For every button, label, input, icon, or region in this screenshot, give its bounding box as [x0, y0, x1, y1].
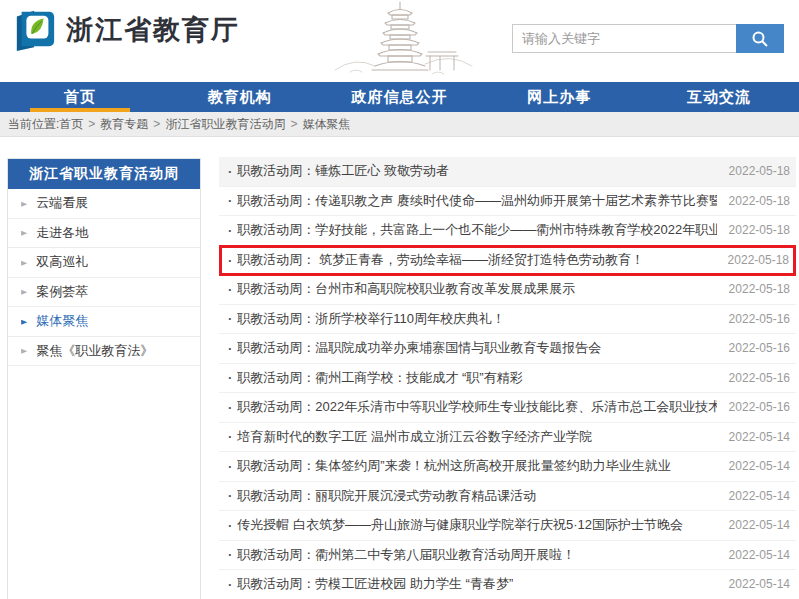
nav-tab-3[interactable]: 网上办事	[479, 82, 639, 112]
search-bar	[512, 24, 784, 53]
news-row[interactable]: ·培育新时代的数字工匠 温州市成立浙江云谷数字经济产业学院2022-05-14	[219, 423, 796, 453]
news-title[interactable]: 职教活动周：衢州工商学校：技能成才 “职”有精彩	[237, 369, 522, 387]
search-input[interactable]	[512, 24, 736, 53]
news-date: 2022-05-18	[717, 223, 790, 237]
news-row[interactable]: ·职教活动周：温职院成功举办柬埔寨国情与职业教育专题报告会2022-05-16	[219, 334, 796, 364]
news-date: 2022-05-16	[717, 341, 790, 355]
news-date: 2022-05-14	[717, 518, 790, 532]
news-title[interactable]: 职教活动周：传递职教之声 赓续时代使命——温州幼师开展第十届艺术素养节比赛暨职业…	[237, 192, 716, 210]
news-title[interactable]: 职教活动周：台州市和高职院校职业教育改革发展成果展示	[237, 280, 575, 298]
breadcrumb-link-3[interactable]: 媒体聚焦	[302, 116, 350, 133]
news-row[interactable]: ·职教活动周：集体签约周”来袭！杭州这所高校开展批量签约助力毕业生就业2022-…	[219, 452, 796, 482]
bullet-icon: ·	[228, 488, 232, 503]
news-date: 2022-05-18	[717, 194, 790, 208]
triangle-right-icon: ▶	[21, 288, 27, 296]
nav-tab-label: 互动交流	[687, 88, 751, 107]
news-title[interactable]: 传光授帽 白衣筑梦——舟山旅游与健康职业学院举行庆祝5·12国际护士节晚会	[237, 516, 683, 534]
news-title[interactable]: 职教活动周：丽职院开展沉浸式劳动教育精品课活动	[237, 487, 536, 505]
breadcrumb-prefix: 当前位置:	[8, 116, 59, 133]
news-row[interactable]: ·职教活动周：劳模工匠进校园 助力学生 “青春梦”2022-05-14	[219, 570, 796, 599]
news-title[interactable]: 职教活动周：2022年乐清市中等职业学校师生专业技能比赛、乐清市总工会职业技术学…	[237, 398, 716, 416]
breadcrumb: 当前位置: 首页>教育专题>浙江省职业教育活动周>媒体聚焦	[0, 112, 799, 137]
sidebar-item-label: 媒体聚焦	[36, 312, 88, 330]
news-date: 2022-05-18	[716, 253, 789, 267]
news-title[interactable]: 职教活动周：劳模工匠进校园 助力学生 “青春梦”	[237, 575, 513, 593]
news-date: 2022-05-14	[717, 489, 790, 503]
page: 浙江省教育厅	[0, 0, 799, 599]
sidebar-title: 浙江省职业教育活动周	[8, 159, 200, 189]
news-list: ·职教活动周：锤炼工匠心 致敬劳动者2022-05-18·职教活动周：传递职教之…	[219, 157, 796, 599]
book-leaf-logo-icon	[12, 8, 58, 52]
triangle-right-icon: ▶	[21, 317, 27, 325]
news-date: 2022-05-14	[717, 430, 790, 444]
bullet-icon: ·	[228, 547, 232, 562]
bullet-icon: ·	[228, 311, 232, 326]
sidebar-item-label: 聚焦《职业教育法》	[36, 342, 153, 360]
news-date: 2022-05-14	[717, 459, 790, 473]
news-row[interactable]: ·职教活动周：衢州工商学校：技能成才 “职”有精彩2022-05-16	[219, 364, 796, 394]
bullet-icon: ·	[228, 370, 232, 385]
nav-tab-2[interactable]: 政府信息公开	[320, 82, 480, 112]
news-title[interactable]: 职教活动周：集体签约周”来袭！杭州这所高校开展批量签约助力毕业生就业	[237, 457, 670, 475]
sidebar-item-0[interactable]: ▶云端看展	[8, 189, 200, 219]
sidebar-item-1[interactable]: ▶走进各地	[8, 219, 200, 249]
nav-tab-label: 网上办事	[527, 88, 591, 107]
pagoda-sketch	[330, 0, 475, 78]
news-row[interactable]: ·职教活动周：浙所学校举行110周年校庆典礼！2022-05-16	[219, 305, 796, 335]
nav-tab-label: 政府信息公开	[351, 88, 447, 107]
news-title[interactable]: 职教活动周：衢州第二中专第八届职业教育活动周开展啦！	[237, 546, 575, 564]
bullet-icon: ·	[228, 577, 232, 592]
news-row[interactable]: ·职教活动周：学好技能，共富路上一个也不能少——衢州市特殊教育学校2022年职业…	[219, 216, 796, 246]
news-row[interactable]: ·传光授帽 白衣筑梦——舟山旅游与健康职业学院举行庆祝5·12国际护士节晚会20…	[219, 511, 796, 541]
news-date: 2022-05-18	[717, 282, 790, 296]
site-logo[interactable]: 浙江省教育厅	[12, 8, 240, 52]
nav-tab-4[interactable]: 互动交流	[639, 82, 799, 112]
news-date: 2022-05-16	[717, 312, 790, 326]
news-row[interactable]: ·职教活动周：锤炼工匠心 致敬劳动者2022-05-18	[219, 157, 796, 187]
news-row[interactable]: ·职教活动周：2022年乐清市中等职业学校师生专业技能比赛、乐清市总工会职业技术…	[219, 393, 796, 423]
news-date: 2022-05-14	[717, 548, 790, 562]
news-title[interactable]: 培育新时代的数字工匠 温州市成立浙江云谷数字经济产业学院	[237, 428, 592, 446]
sidebar-item-4[interactable]: ▶媒体聚焦	[8, 307, 200, 337]
nav-tab-1[interactable]: 教育机构	[160, 82, 320, 112]
bullet-icon: ·	[228, 164, 232, 179]
breadcrumb-link-0[interactable]: 首页	[59, 116, 83, 133]
news-title[interactable]: 职教活动周：锤炼工匠心 致敬劳动者	[237, 162, 449, 180]
news-row[interactable]: ·职教活动周：衢州第二中专第八届职业教育活动周开展啦！2022-05-14	[219, 541, 796, 571]
news-title[interactable]: 职教活动周：学好技能，共富路上一个也不能少——衢州市特殊教育学校2022年职业教…	[237, 221, 716, 239]
sidebar-menu: ▶云端看展▶走进各地▶双高巡礼▶案例荟萃▶媒体聚焦▶聚焦《职业教育法》	[8, 189, 200, 366]
news-date: 2022-05-14	[717, 577, 790, 591]
news-row-highlighted[interactable]: ·职教活动周： 筑梦正青春，劳动绘幸福——浙经贸打造特色劳动教育！2022-05…	[219, 245, 796, 277]
triangle-right-icon: ▶	[21, 229, 27, 237]
news-title[interactable]: 职教活动周：浙所学校举行110周年校庆典礼！	[237, 310, 505, 328]
nav-tab-0[interactable]: 首页	[0, 82, 160, 112]
bullet-icon: ·	[228, 253, 232, 268]
sidebar-item-5[interactable]: ▶聚焦《职业教育法》	[8, 337, 200, 367]
news-title[interactable]: 职教活动周：温职院成功举办柬埔寨国情与职业教育专题报告会	[237, 339, 601, 357]
bullet-icon: ·	[228, 341, 232, 356]
search-icon	[751, 30, 769, 48]
breadcrumb-links: 首页>教育专题>浙江省职业教育活动周>媒体聚焦	[59, 116, 350, 133]
search-button[interactable]	[736, 24, 784, 53]
news-date: 2022-05-16	[717, 371, 790, 385]
bullet-icon: ·	[228, 223, 232, 238]
bullet-icon: ·	[228, 400, 232, 415]
triangle-right-icon: ▶	[21, 199, 27, 207]
sidebar: 浙江省职业教育活动周 ▶云端看展▶走进各地▶双高巡礼▶案例荟萃▶媒体聚焦▶聚焦《…	[7, 158, 201, 599]
sidebar-item-label: 云端看展	[36, 194, 88, 212]
sidebar-item-2[interactable]: ▶双高巡礼	[8, 248, 200, 278]
site-title: 浙江省教育厅	[66, 12, 240, 48]
news-row[interactable]: ·职教活动周：台州市和高职院校职业教育改革发展成果展示2022-05-18	[219, 275, 796, 305]
news-row[interactable]: ·职教活动周：丽职院开展沉浸式劳动教育精品课活动2022-05-14	[219, 482, 796, 512]
nav-tab-label: 教育机构	[208, 88, 272, 107]
news-date: 2022-05-16	[717, 400, 790, 414]
breadcrumb-link-2[interactable]: 浙江省职业教育活动周	[165, 116, 285, 133]
news-date: 2022-05-18	[717, 164, 790, 178]
nav-tab-label: 首页	[64, 88, 96, 107]
breadcrumb-link-1[interactable]: 教育专题	[100, 116, 148, 133]
news-title[interactable]: 职教活动周： 筑梦正青春，劳动绘幸福——浙经贸打造特色劳动教育！	[237, 251, 644, 269]
bullet-icon: ·	[228, 282, 232, 297]
news-row[interactable]: ·职教活动周：传递职教之声 赓续时代使命——温州幼师开展第十届艺术素养节比赛暨职…	[219, 187, 796, 217]
sidebar-item-3[interactable]: ▶案例荟萃	[8, 278, 200, 308]
sidebar-item-label: 走进各地	[36, 224, 88, 242]
